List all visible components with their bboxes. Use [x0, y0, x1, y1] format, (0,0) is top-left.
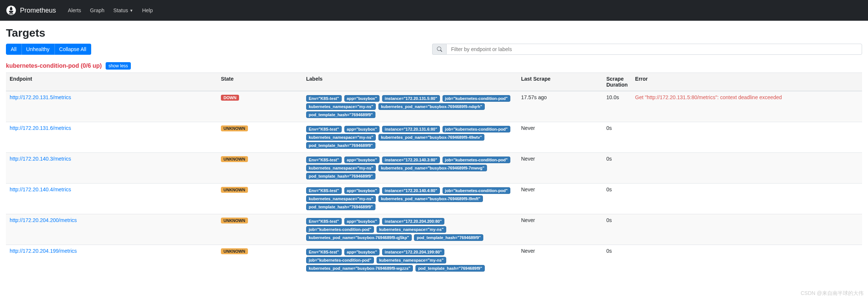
label-badge: instance="172.20.131.5:80" — [382, 95, 440, 102]
state-badge: DOWN — [221, 95, 239, 101]
label-badge: kubernetes_namespace="my-ns" — [306, 103, 376, 110]
last-scrape-cell: Never — [517, 214, 603, 245]
state-badge: UNKNOWN — [221, 187, 248, 193]
label-badge: Env="K8S-test" — [306, 95, 342, 102]
endpoint-link[interactable]: http://172.20.204.200/metrics — [10, 217, 77, 223]
show-less-button[interactable]: show less — [106, 62, 131, 70]
targets-table: Endpoint State Labels Last Scrape Scrape… — [6, 73, 862, 275]
table-row: http://172.20.131.5/metricsDOWNEnv="K8S-… — [6, 91, 862, 122]
duration-cell: 10.0s — [603, 91, 632, 122]
duration-cell: 0s — [603, 184, 632, 214]
label-badge: instance="172.20.140.3:80" — [382, 157, 440, 163]
pool-header: kubernetes-condition-pod (0/6 up) show l… — [6, 62, 862, 70]
filter-row: All Unhealthy Collapse All — [6, 44, 862, 55]
table-row: http://172.20.131.6/metricsUNKNOWNEnv="K… — [6, 122, 862, 153]
nav-alerts[interactable]: Alerts — [63, 4, 86, 16]
label-badge: kubernetes_namespace="my-ns" — [377, 257, 446, 263]
last-scrape-cell: Never — [517, 245, 603, 276]
all-button[interactable]: All — [6, 44, 21, 55]
label-badge: job="kubernetes-condition-pod" — [443, 95, 510, 102]
top-navbar: Prometheus Alerts Graph Status▼ Help — [0, 0, 868, 21]
state-badge: UNKNOWN — [221, 248, 248, 254]
labels-cell: Env="K8S-test" app="busybox" instance="1… — [302, 122, 517, 153]
endpoint-link[interactable]: http://172.20.131.6/metrics — [10, 125, 71, 131]
last-scrape-cell: 17.57s ago — [517, 91, 603, 122]
table-header-row: Endpoint State Labels Last Scrape Scrape… — [6, 73, 862, 91]
th-state: State — [217, 73, 302, 91]
label-badge: kubernetes_namespace="my-ns" — [306, 165, 376, 171]
search-group — [432, 44, 862, 55]
table-row: http://172.20.140.3/metricsUNKNOWNEnv="K… — [6, 153, 862, 184]
th-last-scrape: Last Scrape — [517, 73, 603, 91]
endpoint-link[interactable]: http://172.20.131.5/metrics — [10, 94, 71, 100]
labels-cell: Env="K8S-test" app="busybox" instance="1… — [302, 91, 517, 122]
th-error: Error — [632, 73, 862, 91]
label-badge: Env="K8S-test" — [306, 218, 342, 225]
label-badge: kubernetes_pod_name="busybox-7694689f9-q… — [306, 234, 412, 241]
state-badge: UNKNOWN — [221, 156, 248, 162]
label-badge: kubernetes_pod_name="busybox-7694689f9-4… — [378, 134, 484, 141]
labels-cell: Env="K8S-test" app="busybox" instance="1… — [302, 153, 517, 184]
pool-title: kubernetes-condition-pod (0/6 up) — [6, 63, 102, 69]
label-badge: app="busybox" — [344, 157, 380, 163]
th-labels: Labels — [302, 73, 517, 91]
search-icon — [432, 44, 446, 55]
endpoint-link[interactable]: http://172.20.140.3/metrics — [10, 156, 71, 162]
label-badge: instance="172.20.131.6:80" — [382, 126, 440, 132]
last-scrape-cell: Never — [517, 153, 603, 184]
label-badge: pod_template_hash="7694689f9" — [306, 204, 375, 210]
brand-text: Prometheus — [20, 7, 56, 14]
label-badge: kubernetes_pod_name="busybox-7694689f9-w… — [306, 265, 413, 272]
label-badge: app="busybox" — [344, 95, 380, 102]
label-badge: kubernetes_namespace="my-ns" — [377, 226, 446, 233]
label-badge: pod_template_hash="7694689f9" — [306, 142, 375, 149]
state-badge: UNKNOWN — [221, 218, 248, 224]
label-badge: kubernetes_namespace="my-ns" — [306, 134, 376, 141]
collapse-all-button[interactable]: Collapse All — [54, 44, 91, 55]
label-badge: kubernetes_namespace="my-ns" — [306, 195, 376, 202]
label-badge: job="kubernetes-condition-pod" — [306, 257, 374, 263]
last-scrape-cell: Never — [517, 184, 603, 214]
nav-help[interactable]: Help — [138, 4, 157, 16]
label-badge: instance="172.20.140.4:80" — [382, 187, 440, 194]
label-badge: app="busybox" — [344, 218, 380, 225]
label-badge: kubernetes_pod_name="busybox-7694689f9-n… — [378, 103, 485, 110]
labels-cell: Env="K8S-test" app="busybox" instance="1… — [302, 184, 517, 214]
label-badge: job="kubernetes-condition-pod" — [443, 126, 510, 132]
prometheus-logo-icon — [6, 5, 16, 16]
labels-cell: Env="K8S-test" app="busybox" instance="1… — [302, 214, 517, 245]
duration-cell: 0s — [603, 122, 632, 153]
filter-button-group: All Unhealthy Collapse All — [6, 44, 91, 55]
label-badge: Env="K8S-test" — [306, 187, 342, 194]
nav-graph[interactable]: Graph — [86, 4, 109, 16]
duration-cell: 0s — [603, 153, 632, 184]
page-title: Targets — [6, 27, 862, 39]
label-badge: kubernetes_pod_name="busybox-7694689f9-l… — [378, 195, 483, 202]
duration-cell: 0s — [603, 245, 632, 276]
search-input[interactable] — [446, 44, 862, 55]
unhealthy-button[interactable]: Unhealthy — [21, 44, 54, 55]
label-badge: instance="172.20.204.200:80" — [382, 218, 444, 225]
labels-cell: Env="K8S-test" app="busybox" instance="1… — [302, 245, 517, 276]
nav-status[interactable]: Status▼ — [109, 4, 138, 16]
duration-cell: 0s — [603, 214, 632, 245]
table-row: http://172.20.140.4/metricsUNKNOWNEnv="K… — [6, 184, 862, 214]
error-text: Get "http://172.20.131.5:80/metrics": co… — [635, 94, 782, 100]
last-scrape-cell: Never — [517, 122, 603, 153]
label-badge: app="busybox" — [344, 126, 380, 132]
endpoint-link[interactable]: http://172.20.204.199/metrics — [10, 248, 77, 254]
label-badge: pod_template_hash="7694689f9" — [415, 265, 485, 272]
th-duration: Scrape Duration — [603, 73, 632, 91]
brand-link[interactable]: Prometheus — [6, 5, 56, 16]
label-badge: kubernetes_pod_name="busybox-7694689f9-7… — [378, 165, 487, 171]
state-badge: UNKNOWN — [221, 125, 248, 131]
label-badge: job="kubernetes-condition-pod" — [306, 226, 374, 233]
label-badge: Env="K8S-test" — [306, 249, 342, 255]
endpoint-link[interactable]: http://172.20.140.4/metrics — [10, 187, 71, 192]
caret-down-icon: ▼ — [129, 9, 133, 13]
label-badge: app="busybox" — [344, 187, 380, 194]
th-endpoint: Endpoint — [6, 73, 217, 91]
table-row: http://172.20.204.200/metricsUNKNOWNEnv=… — [6, 214, 862, 245]
label-badge: pod_template_hash="7694689f9" — [306, 111, 375, 118]
label-badge: pod_template_hash="7694689f9" — [414, 234, 483, 241]
